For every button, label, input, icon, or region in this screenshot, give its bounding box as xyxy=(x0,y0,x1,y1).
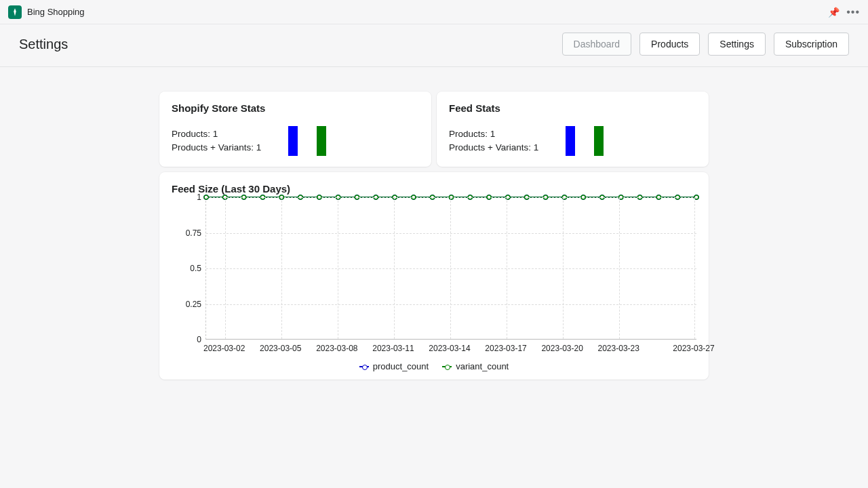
titlebar-left: Bing Shopping xyxy=(8,5,85,19)
x-tick: 2023-03-11 xyxy=(372,344,414,353)
x-tick: 2023-03-17 xyxy=(485,344,526,353)
titlebar-right: 📌 ••• xyxy=(828,6,860,18)
y-tick: 0.25 xyxy=(186,300,201,309)
legend-marker-green xyxy=(442,363,452,370)
shopify-bar-products xyxy=(288,126,298,156)
grid: Shopify Store Stats Products: 1 Products… xyxy=(159,92,709,380)
feed-bar-variants xyxy=(594,126,604,156)
nav-dashboard[interactable]: Dashboard xyxy=(562,33,632,56)
x-tick: 2023-03-08 xyxy=(316,344,357,353)
y-tick: 0.75 xyxy=(186,228,201,238)
shopify-text: Products: 1 Products + Variants: 1 xyxy=(172,127,261,155)
feed-title: Feed Stats xyxy=(449,102,696,114)
shopify-bar-variants xyxy=(317,126,326,156)
shopify-products: Products: 1 xyxy=(172,127,261,141)
shopify-variants: Products + Variants: 1 xyxy=(172,141,261,155)
shopify-title: Shopify Store Stats xyxy=(172,102,419,114)
nav-products[interactable]: Products xyxy=(639,33,700,56)
pin-icon[interactable]: 📌 xyxy=(828,7,840,18)
y-tick: 0 xyxy=(197,335,201,344)
page-title: Settings xyxy=(19,37,68,52)
nav-subscription[interactable]: Subscription xyxy=(774,33,849,56)
shopify-body: Products: 1 Products + Variants: 1 xyxy=(172,126,419,156)
plot xyxy=(205,197,696,340)
feed-text: Products: 1 Products + Variants: 1 xyxy=(449,127,538,155)
chart-title: Feed Size (Last 30 Days) xyxy=(172,183,696,195)
feed-body: Products: 1 Products + Variants: 1 xyxy=(449,126,696,156)
y-tick: 0.5 xyxy=(190,264,201,273)
feed-bars xyxy=(566,126,604,156)
chart-area: 00.250.50.751 xyxy=(172,197,696,340)
x-tick: 2023-03-05 xyxy=(260,344,301,353)
shopify-bars xyxy=(288,126,326,156)
chart-card: Feed Size (Last 30 Days) 00.250.50.751 2… xyxy=(159,172,709,380)
x-tick: 2023-03-14 xyxy=(429,344,470,353)
y-axis: 00.250.50.751 xyxy=(172,197,205,340)
feed-variants: Products + Variants: 1 xyxy=(449,141,538,155)
legend-marker-blue xyxy=(359,363,369,370)
header: Settings Dashboard Products Settings Sub… xyxy=(0,24,868,67)
legend-product-label: product_count xyxy=(373,361,429,371)
more-icon[interactable]: ••• xyxy=(846,6,860,18)
x-tick: 2023-03-27 xyxy=(673,344,714,353)
feed-bar-products xyxy=(566,126,575,156)
x-tick: 2023-03-23 xyxy=(598,344,639,353)
nav: Dashboard Products Settings Subscription xyxy=(562,33,849,56)
x-labels: 2023-03-022023-03-052023-03-082023-03-11… xyxy=(205,344,696,354)
nav-settings[interactable]: Settings xyxy=(708,33,766,56)
titlebar: Bing Shopping 📌 ••• xyxy=(0,0,868,24)
feed-stats-card: Feed Stats Products: 1 Products + Varian… xyxy=(437,92,709,167)
x-tick: 2023-03-02 xyxy=(203,344,245,353)
shopify-stats-card: Shopify Store Stats Products: 1 Products… xyxy=(159,92,431,167)
app-name: Bing Shopping xyxy=(27,7,85,17)
app-icon xyxy=(8,5,22,19)
legend-variant: variant_count xyxy=(442,361,509,371)
legend-product: product_count xyxy=(359,361,429,371)
stats-row: Shopify Store Stats Products: 1 Products… xyxy=(159,92,709,167)
legend: product_count variant_count xyxy=(172,361,696,371)
x-tick: 2023-03-20 xyxy=(541,344,583,353)
legend-variant-label: variant_count xyxy=(456,361,509,371)
content: Shopify Store Stats Products: 1 Products… xyxy=(0,67,868,380)
feed-products: Products: 1 xyxy=(449,127,538,141)
y-tick: 1 xyxy=(197,192,201,202)
